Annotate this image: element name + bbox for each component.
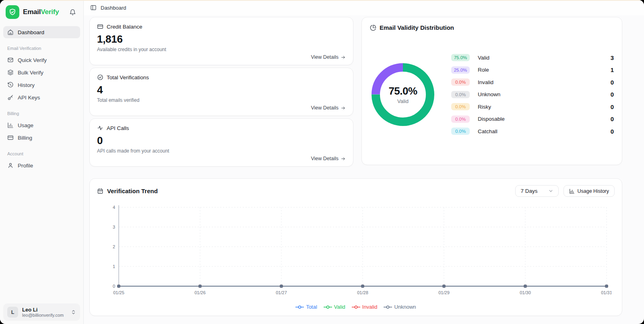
stat-cards-column: Credit Balance1,816Available credits in …	[89, 17, 353, 167]
validity-row-label: Risky	[478, 104, 491, 110]
notifications-bell-icon[interactable]	[68, 7, 78, 17]
validity-row-label: Role	[478, 67, 489, 73]
topbar: Dashboard	[84, 0, 644, 15]
history-icon	[7, 82, 14, 88]
email-validity-panel: Email Validity Distribution 75.0% Valid …	[361, 17, 622, 165]
sidebar-item-billing[interactable]: Billing	[3, 132, 80, 144]
view-details-link[interactable]: View Details	[311, 156, 346, 161]
svg-text:01/30: 01/30	[520, 290, 531, 295]
trend-legend-unknown[interactable]: Unknown	[384, 304, 416, 310]
validity-row-role: 25.0%Role1	[451, 66, 614, 74]
sidebar-item-label: Usage	[18, 122, 33, 128]
key-icon	[7, 94, 14, 101]
validity-row-label: Unknown	[478, 91, 500, 97]
svg-text:1: 1	[113, 264, 115, 269]
trend-legend-total[interactable]: Total	[295, 304, 317, 310]
validity-row-catchall: 0.0%Catchall0	[451, 128, 614, 135]
svg-text:0: 0	[113, 284, 115, 289]
bar-chart-icon	[7, 122, 14, 128]
user-icon	[7, 162, 14, 169]
user-menu[interactable]: L Leo Li leo@billionverify.com	[3, 303, 80, 321]
donut-center-label: Valid	[397, 98, 409, 104]
sidebar-item-label: Profile	[18, 163, 33, 169]
app-logo-shield-icon	[6, 5, 19, 19]
svg-text:2: 2	[113, 244, 115, 249]
bar-chart-icon	[569, 188, 575, 194]
validity-pct-badge: 0.0%	[451, 91, 470, 98]
legend-line-dot-icon	[352, 305, 360, 309]
breadcrumb: Dashboard	[101, 5, 126, 11]
chevron-down-icon	[548, 188, 553, 194]
section-label-email-verification: Email Verification	[3, 39, 80, 54]
validity-pct-badge: 0.0%	[451, 103, 470, 110]
donut-center-value: 75.0%	[388, 85, 417, 97]
stat-card-title: Total Verifications	[107, 74, 149, 80]
arrow-right-icon	[341, 105, 346, 111]
svg-text:01/28: 01/28	[357, 290, 368, 295]
validity-row-count: 0	[611, 116, 614, 122]
sidebar-item-label: Billing	[18, 135, 32, 141]
check-circle-icon	[97, 74, 103, 80]
layers-icon	[7, 69, 14, 76]
sidebar-item-dashboard[interactable]: Dashboard	[3, 26, 80, 38]
validity-row-label: Catchall	[478, 128, 497, 134]
validity-row-risky: 0.0%Risky0	[451, 103, 614, 110]
trend-chart-legend: TotalValidInvalidUnknown	[97, 304, 615, 312]
arrow-right-icon	[341, 55, 346, 60]
sidebar-item-label: Quick Verify	[18, 57, 47, 63]
sidebar-item-usage[interactable]: Usage	[3, 119, 80, 131]
stat-card-subtitle: Total emails verified	[97, 97, 346, 103]
validity-pct-badge: 25.0%	[451, 66, 470, 74]
stat-card-api-calls: API Calls0API calls made from your accou…	[89, 118, 353, 167]
stat-card-value: 0	[97, 134, 346, 147]
validity-pct-badge: 0.0%	[451, 128, 470, 135]
legend-line-dot-icon	[384, 305, 392, 309]
sidebar-item-history[interactable]: History	[3, 79, 80, 91]
main-area: Dashboard Credit Balance1,816Available c…	[84, 0, 644, 324]
sidebar-item-profile[interactable]: Profile	[3, 159, 80, 171]
logo-row: EmailVerify	[0, 0, 83, 24]
validity-legend: 75.0%Valid325.0%Role10.0%Invalid00.0%Unk…	[451, 54, 614, 135]
sidebar-item-label: API Keys	[18, 95, 40, 101]
validity-pct-badge: 0.0%	[451, 78, 470, 86]
trend-legend-valid[interactable]: Valid	[324, 304, 345, 310]
trend-legend-invalid[interactable]: Invalid	[352, 304, 378, 310]
sidebar-item-api-keys[interactable]: API Keys	[3, 91, 80, 103]
validity-row-label: Disposable	[478, 116, 505, 122]
validity-pct-badge: 0.0%	[451, 116, 470, 123]
validity-row-valid: 75.0%Valid3	[451, 54, 614, 61]
trend-panel-title: Verification Trend	[107, 188, 158, 194]
stat-card-title: Credit Balance	[107, 24, 142, 30]
trend-line-chart: 0123401/2501/2601/2701/2801/2901/3001/31	[97, 202, 615, 303]
dashboard-content: Credit Balance1,816Available credits in …	[84, 15, 644, 324]
validity-row-label: Invalid	[478, 79, 493, 85]
user-email: leo@billionverify.com	[22, 313, 67, 318]
svg-text:3: 3	[113, 225, 115, 229]
calendar-icon	[97, 188, 103, 194]
sidebar-item-bulk-verify[interactable]: Bulk Verify	[3, 66, 80, 78]
pie-chart-icon	[370, 25, 376, 31]
legend-line-dot-icon	[295, 305, 304, 309]
brand-title: EmailVerify	[23, 8, 64, 16]
stat-card-value: 4	[97, 84, 346, 96]
usage-history-button[interactable]: Usage History	[564, 185, 615, 197]
sidebar-toggle-icon[interactable]	[90, 4, 97, 11]
stat-card-value: 1,816	[97, 33, 346, 45]
validity-row-count: 0	[611, 103, 614, 110]
view-details-link[interactable]: View Details	[311, 54, 346, 60]
view-details-link[interactable]: View Details	[311, 105, 346, 111]
svg-text:01/31: 01/31	[601, 290, 611, 295]
validity-panel-title: Email Validity Distribution	[380, 24, 454, 31]
stat-card-title: API Calls	[107, 125, 129, 131]
svg-text:01/27: 01/27	[276, 290, 287, 295]
activity-icon	[97, 125, 103, 131]
validity-row-count: 0	[611, 128, 614, 135]
sidebar-item-quick-verify[interactable]: Quick Verify	[3, 54, 80, 66]
trend-range-select[interactable]: 7 Days	[515, 185, 558, 197]
section-label-account: Account	[3, 144, 80, 159]
svg-text:4: 4	[113, 205, 115, 210]
legend-line-dot-icon	[324, 305, 332, 309]
section-label-billing: Billing	[3, 104, 80, 119]
user-name: Leo Li	[22, 307, 67, 313]
sidebar-nav: Dashboard Email VerificationQuick Verify…	[0, 24, 83, 300]
